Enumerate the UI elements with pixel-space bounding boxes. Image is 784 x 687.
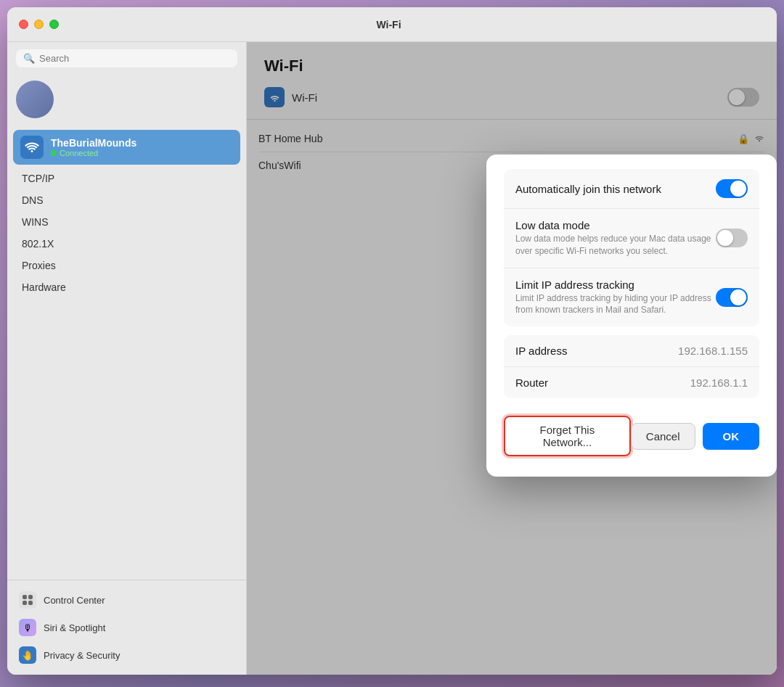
sidebar-item-siri[interactable]: 🎙 Siri & Spotlight — [13, 614, 240, 641]
sidebar-item-control-center[interactable]: Control Center — [13, 586, 240, 614]
sidebar-nav-tcpip[interactable]: TCP/IP — [13, 168, 240, 189]
modal-content: Automatically join this network Low data… — [486, 155, 777, 477]
siri-label: Siri & Spotlight — [44, 622, 105, 633]
privacy-icon: 🤚 — [19, 646, 36, 664]
sidebar-nav-proxies[interactable]: Proxies — [13, 255, 240, 276]
ip-value: 192.168.1.155 — [678, 345, 748, 357]
sidebar-nav-dns[interactable]: DNS — [13, 189, 240, 211]
privacy-label: Privacy & Security — [44, 650, 120, 661]
sidebar-nav-hardware[interactable]: Hardware — [13, 276, 240, 298]
svg-rect-0 — [23, 595, 27, 599]
sidebar-list: TheBurialMounds Connected TCP/IP DNS WIN… — [7, 124, 246, 580]
low-data-toggle[interactable] — [716, 229, 748, 247]
main-window: Wi-Fi 🔍 — [7, 7, 777, 675]
close-button[interactable] — [19, 20, 28, 29]
window-title: Wi-Fi — [376, 19, 401, 30]
settings-row-auto-join: Automatically join this network — [504, 169, 759, 209]
footer-right: Cancel OK — [631, 423, 759, 450]
modal-dialog: Automatically join this network Low data… — [486, 155, 777, 675]
settings-card: Automatically join this network Low data… — [504, 169, 759, 326]
svg-rect-2 — [23, 601, 27, 605]
control-center-label: Control Center — [44, 595, 105, 606]
search-wrapper[interactable]: 🔍 — [16, 49, 237, 67]
ip-label: IP address — [515, 345, 567, 357]
avatar — [16, 81, 54, 118]
settings-label-low-data: Low data mode Low data mode helps reduce… — [515, 219, 716, 258]
sidebar: 🔍 — [7, 42, 247, 675]
limit-ip-toggle[interactable] — [716, 288, 748, 307]
info-row-ip: IP address 192.168.1.155 — [504, 335, 759, 367]
main-content: Wi-Fi Wi-Fi — [247, 42, 777, 675]
siri-icon: 🎙 — [19, 619, 36, 636]
router-label: Router — [515, 377, 548, 389]
network-wifi-icon — [20, 136, 44, 159]
info-row-router: Router 192.168.1.1 — [504, 367, 759, 398]
network-info: TheBurialMounds Connected — [51, 137, 136, 157]
svg-rect-3 — [28, 601, 33, 605]
forget-network-button[interactable]: Forget This Network... — [504, 416, 631, 456]
selected-network-item[interactable]: TheBurialMounds Connected — [13, 130, 240, 165]
search-bar: 🔍 — [7, 42, 246, 75]
info-card: IP address 192.168.1.155 Router 192.168.… — [504, 335, 759, 398]
settings-row-limit-ip: Limit IP address tracking Limit IP addre… — [504, 268, 759, 327]
modal-footer: Forget This Network... Cancel OK — [486, 398, 777, 456]
sidebar-bottom: Control Center 🎙 Siri & Spotlight 🤚 Priv… — [7, 580, 246, 675]
minimize-button[interactable] — [34, 20, 44, 29]
settings-label-auto-join: Automatically join this network — [515, 183, 661, 195]
content-area: 🔍 — [7, 42, 777, 675]
modal-body: Automatically join this network Low data… — [486, 169, 777, 398]
svg-rect-1 — [28, 595, 33, 599]
search-icon: 🔍 — [23, 53, 35, 64]
sidebar-nav-8021x[interactable]: 802.1X — [13, 233, 240, 255]
auto-join-toggle[interactable] — [716, 179, 748, 198]
search-input[interactable] — [39, 53, 230, 64]
maximize-button[interactable] — [49, 20, 59, 29]
sidebar-nav-wins[interactable]: WINS — [13, 211, 240, 233]
settings-row-low-data: Low data mode Low data mode helps reduce… — [504, 209, 759, 268]
traffic-lights — [19, 20, 59, 29]
sidebar-item-privacy[interactable]: 🤚 Privacy & Security — [13, 641, 240, 669]
router-value: 192.168.1.1 — [690, 377, 748, 389]
control-center-icon — [19, 591, 36, 609]
title-bar: Wi-Fi — [7, 7, 777, 42]
status-dot — [51, 150, 57, 156]
ok-button[interactable]: OK — [703, 423, 760, 450]
cancel-button[interactable]: Cancel — [631, 423, 695, 450]
settings-label-limit-ip: Limit IP address tracking Limit IP addre… — [515, 279, 716, 317]
network-name: TheBurialMounds — [51, 137, 136, 149]
network-status: Connected — [51, 149, 136, 157]
